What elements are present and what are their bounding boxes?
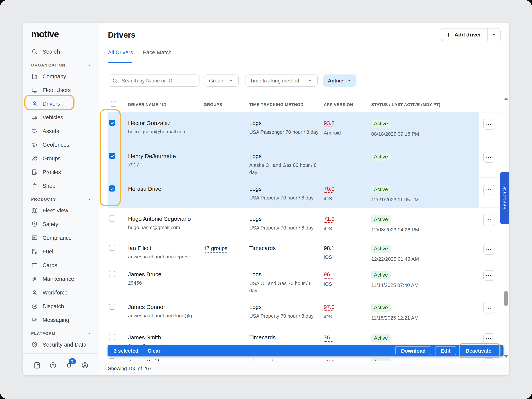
driver-id: anwesha.chaudhary+tcprevi... xyxy=(128,254,204,260)
table-row[interactable]: Horatiu Driver LogsUSA Property 70 hour … xyxy=(108,178,509,208)
sidebar-item-profiles[interactable]: Profiles xyxy=(23,165,99,179)
last-active-time: 12/08/2023 04:26 PM xyxy=(371,227,460,233)
app-version-alert-link[interactable]: 96.1 xyxy=(324,271,334,279)
sidebar-item-compliance[interactable]: Compliance xyxy=(23,231,99,245)
row-checkbox[interactable] xyxy=(109,304,115,310)
sidebar-item-messaging[interactable]: Messaging xyxy=(23,313,99,327)
row-checkbox[interactable] xyxy=(109,215,115,222)
row-actions-button[interactable]: ••• xyxy=(483,119,494,130)
sidebar-item-workforce[interactable]: Workforce xyxy=(23,286,99,299)
sidebar-item-maintenance[interactable]: Maintenance xyxy=(23,272,99,286)
column-header[interactable]: STATUS / LAST ACTIVE (MDY PT) xyxy=(371,102,460,108)
driver-name[interactable]: Horatiu Driver xyxy=(128,185,204,192)
table-row[interactable]: Hugo Antonio Segovianohugo.hasm@gmail.co… xyxy=(108,208,509,237)
driver-name[interactable]: Ian Elliott xyxy=(128,245,204,251)
row-checkbox[interactable] xyxy=(109,271,115,277)
sidebar-item-shop[interactable]: Shop xyxy=(23,179,99,193)
tracking-method: Logs xyxy=(249,304,324,310)
add-driver-menu-button[interactable] xyxy=(487,28,500,41)
sidebar-item-safety[interactable]: Safety xyxy=(23,217,99,231)
add-driver-button[interactable]: Add driver xyxy=(441,28,487,41)
guide-icon[interactable] xyxy=(33,361,41,369)
sidebar-item-vehicles[interactable]: Vehicles xyxy=(23,111,99,124)
groups-link[interactable]: 17 groups xyxy=(204,245,228,253)
notifications-icon[interactable]: 9 xyxy=(65,361,73,369)
scrollbar-thumb[interactable] xyxy=(504,291,508,306)
tab-all-drivers[interactable]: All Drivers xyxy=(108,49,133,61)
driver-name[interactable]: Héctor Gonzalez xyxy=(128,120,204,126)
driver-name[interactable]: James Smith xyxy=(128,334,204,341)
row-actions-button[interactable]: ••• xyxy=(483,185,494,195)
account-icon[interactable] xyxy=(81,361,89,369)
app-version-alert-link[interactable]: 71.0 xyxy=(324,216,334,223)
edit-button[interactable]: Edit xyxy=(435,346,456,355)
table-row[interactable]: Héctor Gonzalezheco_gsdup@hotmail.com Lo… xyxy=(108,112,509,145)
table-row[interactable]: Henry DeJournette7917 LogsAlaska Oil and… xyxy=(108,145,509,178)
driver-name[interactable]: Henry DeJournette xyxy=(128,153,204,159)
row-checkbox[interactable] xyxy=(109,334,115,340)
sidebar-section-platform[interactable]: PLATFORM xyxy=(23,329,99,338)
feedback-tab[interactable]: Feedback xyxy=(500,172,509,224)
time-tracking-filter-dropdown[interactable]: Time tracking method xyxy=(245,75,318,87)
tracking-method: Logs xyxy=(249,153,324,159)
row-actions-button[interactable]: ••• xyxy=(483,270,494,281)
row-checkbox[interactable] xyxy=(109,120,115,126)
download-button[interactable]: Download xyxy=(395,346,431,355)
driver-name-cell: James Connoranwesha.chaudhary+logs@g... xyxy=(128,304,204,321)
sidebar-footer-icons: 9 xyxy=(23,359,99,372)
status-filter-dropdown[interactable]: Active xyxy=(323,75,356,87)
app-version-alert-link[interactable]: 70.0 xyxy=(324,186,334,193)
sidebar-item-fleet-view[interactable]: Fleet View xyxy=(23,204,99,217)
deactivate-button[interactable]: Deactivate xyxy=(460,346,497,355)
selected-count-link[interactable]: 3 selected xyxy=(114,348,139,354)
sidebar-item-dispatch[interactable]: Dispatch xyxy=(23,299,99,313)
sidebar-item-geofences[interactable]: Geofences xyxy=(23,138,99,152)
sidebar-nav: SearchORGANIZATIONCompanyFleet UsersDriv… xyxy=(23,45,99,352)
column-header[interactable]: GROUPS xyxy=(204,102,249,108)
tracking-method: Logs xyxy=(249,215,324,222)
sidebar-item-assets[interactable]: Assets xyxy=(23,124,99,138)
sidebar-item-drivers[interactable]: Drivers xyxy=(23,97,99,111)
time-tracking-cell: Timecards xyxy=(249,245,324,262)
table-row[interactable]: James Bruce29456 LogsUSA Oil and Gas 70 … xyxy=(108,263,509,296)
driver-name[interactable]: James Bruce xyxy=(128,271,204,277)
tracking-ruleset: USA Property 70 hour / 8 day xyxy=(249,313,320,320)
sidebar-section-organization[interactable]: ORGANIZATION xyxy=(23,60,99,70)
sidebar-item-groups[interactable]: Groups xyxy=(23,152,99,165)
group-filter-dropdown[interactable]: Group xyxy=(204,75,239,87)
app-version-alert-link[interactable]: 97.0 xyxy=(324,304,334,311)
column-header[interactable]: APP VERSION xyxy=(324,102,371,108)
search-input[interactable] xyxy=(121,77,195,84)
sidebar-item-company[interactable]: Company xyxy=(23,70,99,83)
driver-name[interactable]: Hugo Antonio Segoviano xyxy=(128,215,204,222)
fleet-view-icon xyxy=(31,207,38,214)
table-row[interactable]: James Connoranwesha.chaudhary+logs@g... … xyxy=(108,296,509,326)
tab-face-match[interactable]: Face Match xyxy=(143,49,172,61)
scrollbar-down-arrow[interactable] xyxy=(504,355,508,358)
app-version-alert-link[interactable]: 76.1 xyxy=(324,334,334,342)
column-header[interactable]: DRIVER NAME / ID xyxy=(128,102,204,108)
row-checkbox[interactable] xyxy=(109,153,115,159)
app-version-alert-link[interactable]: 93.2 xyxy=(324,120,334,127)
row-actions-button[interactable]: ••• xyxy=(483,244,494,255)
driver-id: 7917 xyxy=(128,162,204,168)
driver-name[interactable]: James Connor xyxy=(128,304,204,310)
sidebar-item-search[interactable]: Search xyxy=(23,45,99,58)
clear-selection-link[interactable]: Clear xyxy=(148,348,161,354)
scrollbar-up-arrow[interactable] xyxy=(504,97,508,100)
sidebar-item-security-and-data[interactable]: Security and Data xyxy=(23,338,99,352)
sidebar-item-fleet-users[interactable]: Fleet Users xyxy=(23,83,99,97)
row-checkbox[interactable] xyxy=(109,245,115,251)
row-checkbox[interactable] xyxy=(109,185,115,191)
sidebar-section-products[interactable]: PRODUCTS xyxy=(23,195,99,204)
help-icon[interactable] xyxy=(49,361,57,369)
sidebar-item-cards[interactable]: Cards xyxy=(23,258,99,272)
row-actions-button[interactable]: ••• xyxy=(483,152,494,163)
row-actions-button[interactable]: ••• xyxy=(483,303,494,314)
row-actions-button[interactable]: ••• xyxy=(483,333,494,344)
row-actions-button[interactable]: ••• xyxy=(483,215,494,225)
column-header[interactable]: TIME TRACKING METHOD xyxy=(249,102,324,108)
select-all-checkbox[interactable] xyxy=(111,101,116,107)
sidebar-item-fuel[interactable]: Fuel xyxy=(23,245,99,258)
table-row[interactable]: Ian Elliottanwesha.chaudhary+tcprevi... … xyxy=(108,237,509,263)
